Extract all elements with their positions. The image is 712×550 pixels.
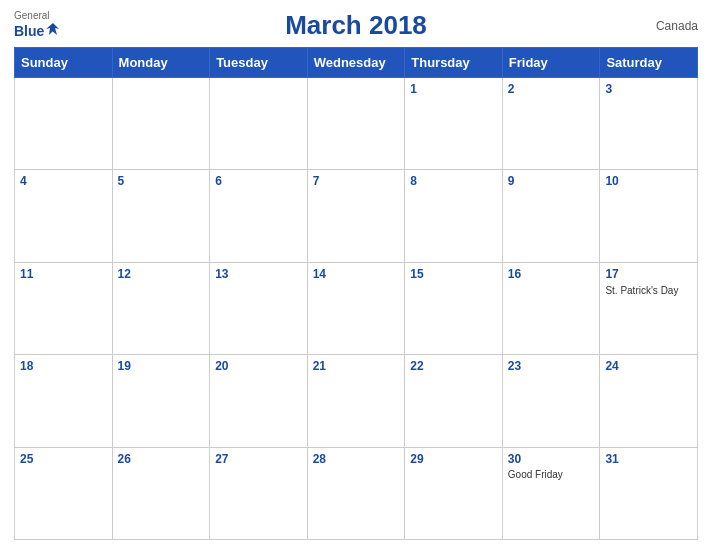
logo-general: General <box>14 10 50 21</box>
calendar-cell: 19 <box>112 355 210 447</box>
day-number: 18 <box>20 358 107 375</box>
week-row-2: 11121314151617St. Patrick's Day <box>15 262 698 354</box>
day-number: 17 <box>605 266 692 283</box>
calendar-cell: 24 <box>600 355 698 447</box>
weekday-header-friday: Friday <box>502 48 600 78</box>
logo-blue-wrapper: Blue <box>14 21 61 41</box>
calendar-cell: 16 <box>502 262 600 354</box>
day-number: 1 <box>410 81 497 98</box>
week-row-4: 252627282930Good Friday31 <box>15 447 698 539</box>
day-number: 25 <box>20 451 107 468</box>
day-number: 20 <box>215 358 302 375</box>
calendar-cell: 22 <box>405 355 503 447</box>
day-number: 30 <box>508 451 595 468</box>
calendar-cell: 27 <box>210 447 308 539</box>
calendar-cell: 29 <box>405 447 503 539</box>
week-row-1: 45678910 <box>15 170 698 262</box>
calendar-cell: 23 <box>502 355 600 447</box>
day-number: 27 <box>215 451 302 468</box>
holiday-label: St. Patrick's Day <box>605 285 692 296</box>
calendar-cell: 26 <box>112 447 210 539</box>
calendar-cell: 10 <box>600 170 698 262</box>
day-number: 24 <box>605 358 692 375</box>
calendar-container: General Blue March 2018 Canada SundayMon… <box>0 0 712 550</box>
day-number: 11 <box>20 266 107 283</box>
calendar-cell: 28 <box>307 447 405 539</box>
calendar-cell: 6 <box>210 170 308 262</box>
calendar-cell: 9 <box>502 170 600 262</box>
calendar-cell: 21 <box>307 355 405 447</box>
day-number: 2 <box>508 81 595 98</box>
calendar-cell: 7 <box>307 170 405 262</box>
calendar-cell: 13 <box>210 262 308 354</box>
calendar-cell: 31 <box>600 447 698 539</box>
logo: General Blue <box>14 10 61 41</box>
calendar-cell: 2 <box>502 78 600 170</box>
day-number: 3 <box>605 81 692 98</box>
day-number: 8 <box>410 173 497 190</box>
calendar-cell <box>210 78 308 170</box>
calendar-cell: 18 <box>15 355 113 447</box>
day-number: 6 <box>215 173 302 190</box>
calendar-cell: 8 <box>405 170 503 262</box>
week-row-3: 18192021222324 <box>15 355 698 447</box>
weekday-header-monday: Monday <box>112 48 210 78</box>
calendar-cell <box>112 78 210 170</box>
holiday-label: Good Friday <box>508 469 595 480</box>
calendar-cell: 14 <box>307 262 405 354</box>
day-number: 28 <box>313 451 400 468</box>
calendar-cell <box>307 78 405 170</box>
calendar-cell: 11 <box>15 262 113 354</box>
logo-blue: Blue <box>14 23 44 39</box>
day-number: 31 <box>605 451 692 468</box>
calendar-cell: 17St. Patrick's Day <box>600 262 698 354</box>
day-number: 23 <box>508 358 595 375</box>
week-row-0: 123 <box>15 78 698 170</box>
day-number: 19 <box>118 358 205 375</box>
logo-bird-icon <box>45 21 61 37</box>
day-number: 22 <box>410 358 497 375</box>
weekday-header-thursday: Thursday <box>405 48 503 78</box>
weekday-header-saturday: Saturday <box>600 48 698 78</box>
calendar-cell: 5 <box>112 170 210 262</box>
calendar-cell <box>15 78 113 170</box>
day-number: 14 <box>313 266 400 283</box>
day-number: 5 <box>118 173 205 190</box>
day-number: 10 <box>605 173 692 190</box>
day-number: 15 <box>410 266 497 283</box>
calendar-cell: 15 <box>405 262 503 354</box>
calendar-cell: 25 <box>15 447 113 539</box>
weekday-header-wednesday: Wednesday <box>307 48 405 78</box>
weekday-header-sunday: Sunday <box>15 48 113 78</box>
day-number: 12 <box>118 266 205 283</box>
calendar-cell: 30Good Friday <box>502 447 600 539</box>
calendar-cell: 12 <box>112 262 210 354</box>
day-number: 9 <box>508 173 595 190</box>
day-number: 13 <box>215 266 302 283</box>
country-label: Canada <box>656 19 698 33</box>
day-number: 16 <box>508 266 595 283</box>
day-number: 4 <box>20 173 107 190</box>
svg-marker-0 <box>46 23 59 35</box>
day-number: 21 <box>313 358 400 375</box>
calendar-cell: 4 <box>15 170 113 262</box>
day-number: 7 <box>313 173 400 190</box>
day-number: 29 <box>410 451 497 468</box>
calendar-cell: 3 <box>600 78 698 170</box>
calendar-table: SundayMondayTuesdayWednesdayThursdayFrid… <box>14 47 698 540</box>
month-title: March 2018 <box>285 10 427 41</box>
calendar-header: General Blue March 2018 Canada <box>14 10 698 41</box>
day-number: 26 <box>118 451 205 468</box>
calendar-cell: 1 <box>405 78 503 170</box>
weekday-header-row: SundayMondayTuesdayWednesdayThursdayFrid… <box>15 48 698 78</box>
weekday-header-tuesday: Tuesday <box>210 48 308 78</box>
calendar-cell: 20 <box>210 355 308 447</box>
